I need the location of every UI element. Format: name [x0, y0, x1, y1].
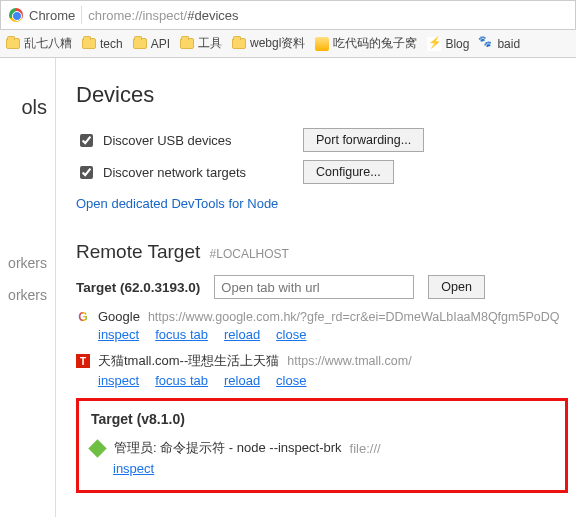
remote-entry: GGooglehttps://www.google.com.hk/?gfe_rd… — [76, 309, 568, 342]
entry-title: 天猫tmall.com--理想生活上天猫 — [98, 352, 279, 370]
address-bar[interactable]: Chrome chrome://inspect/#devices — [0, 0, 576, 30]
discover-network-checkbox[interactable] — [80, 166, 93, 179]
entry-title: Google — [98, 309, 140, 324]
bookmarks-bar: 乱七八糟techAPI工具webgl资料吃代码的兔子窝Blogbaid — [0, 30, 576, 58]
google-icon: G — [76, 310, 90, 324]
bookmark-item[interactable]: 乱七八糟 — [6, 35, 72, 52]
node-target-title: 管理员: 命令提示符 - node --inspect-brk — [114, 439, 342, 457]
entry-actions: inspectfocus tabreloadclose — [98, 373, 568, 388]
inspect-link[interactable]: inspect — [98, 327, 139, 342]
node-target-scheme: file:/// — [350, 441, 381, 456]
open-tab-url-input[interactable] — [214, 275, 414, 299]
devices-heading: Devices — [76, 82, 568, 108]
focus-tab-link[interactable]: focus tab — [155, 373, 208, 388]
discover-usb-label: Discover USB devices — [103, 133, 303, 148]
pika-icon — [315, 37, 329, 51]
port-forwarding-button[interactable]: Port forwarding... — [303, 128, 424, 152]
close-link[interactable]: close — [276, 373, 306, 388]
discover-network-row: Discover network targets Configure... — [76, 160, 568, 184]
bolt-icon — [427, 37, 441, 51]
bookmark-item[interactable]: 工具 — [180, 35, 222, 52]
sidebar-item[interactable]: orkers — [0, 279, 55, 311]
bookmark-item[interactable]: baid — [479, 37, 520, 51]
discover-usb-checkbox[interactable] — [80, 134, 93, 147]
remote-heading-text: Remote Target — [76, 241, 200, 262]
node-inspect-link[interactable]: inspect — [113, 461, 154, 476]
bookmark-label: 工具 — [198, 35, 222, 52]
node-target-entry: 管理员: 命令提示符 - node --inspect-brk file:/// — [91, 439, 553, 457]
reload-link[interactable]: reload — [224, 327, 260, 342]
bookmark-label: tech — [100, 37, 123, 51]
remote-entry: T天猫tmall.com--理想生活上天猫https://www.tmall.c… — [76, 352, 568, 388]
bookmark-label: API — [151, 37, 170, 51]
bookmark-item[interactable]: webgl资料 — [232, 35, 305, 52]
bookmark-label: 乱七八糟 — [24, 35, 72, 52]
folder-icon — [232, 38, 246, 49]
folder-icon — [82, 38, 96, 49]
bookmark-item[interactable]: Blog — [427, 37, 469, 51]
localhost-tag: #LOCALHOST — [210, 247, 289, 261]
bookmark-item[interactable]: API — [133, 37, 170, 51]
folder-icon — [6, 38, 20, 49]
reload-link[interactable]: reload — [224, 373, 260, 388]
bookmark-item[interactable]: 吃代码的兔子窝 — [315, 35, 417, 52]
configure-button[interactable]: Configure... — [303, 160, 394, 184]
node-target-label: Target (v8.1.0) — [91, 411, 553, 427]
url-path: chrome://inspect/ — [88, 8, 187, 23]
url-display[interactable]: chrome://inspect/#devices — [88, 8, 238, 23]
close-link[interactable]: close — [276, 327, 306, 342]
bookmark-item[interactable]: tech — [82, 37, 123, 51]
entry-url: https://www.tmall.com/ — [287, 354, 411, 368]
sidebar: ols orkers orkers — [0, 58, 56, 517]
folder-icon — [133, 38, 147, 49]
open-button[interactable]: Open — [428, 275, 485, 299]
separator — [81, 6, 82, 24]
entry-url: https://www.google.com.hk/?gfe_rd=cr&ei=… — [148, 310, 560, 324]
target-chrome-row: Target (62.0.3193.0) Open — [76, 275, 568, 299]
remote-target-heading: Remote Target #LOCALHOST — [76, 241, 568, 263]
sidebar-title-fragment: ols — [0, 96, 55, 127]
sidebar-item[interactable]: orkers — [0, 247, 55, 279]
tmall-icon: T — [76, 354, 90, 368]
node-icon — [88, 439, 106, 457]
chrome-icon — [9, 8, 23, 22]
target-chrome-label: Target (62.0.3193.0) — [76, 280, 200, 295]
bookmark-label: baid — [497, 37, 520, 51]
url-hash: #devices — [187, 8, 238, 23]
bookmark-label: Blog — [445, 37, 469, 51]
entry-actions: inspectfocus tabreloadclose — [98, 327, 568, 342]
paw-icon — [479, 37, 493, 51]
discover-usb-row: Discover USB devices Port forwarding... — [76, 128, 568, 152]
folder-icon — [180, 38, 194, 49]
bookmark-label: 吃代码的兔子窝 — [333, 35, 417, 52]
open-devtools-node-link[interactable]: Open dedicated DevTools for Node — [76, 196, 568, 211]
discover-network-label: Discover network targets — [103, 165, 303, 180]
node-target-highlight: Target (v8.1.0) 管理员: 命令提示符 - node --insp… — [76, 398, 568, 493]
scheme-label: Chrome — [29, 8, 75, 23]
bookmark-label: webgl资料 — [250, 35, 305, 52]
focus-tab-link[interactable]: focus tab — [155, 327, 208, 342]
main-content: Devices Discover USB devices Port forwar… — [56, 58, 576, 517]
inspect-link[interactable]: inspect — [98, 373, 139, 388]
